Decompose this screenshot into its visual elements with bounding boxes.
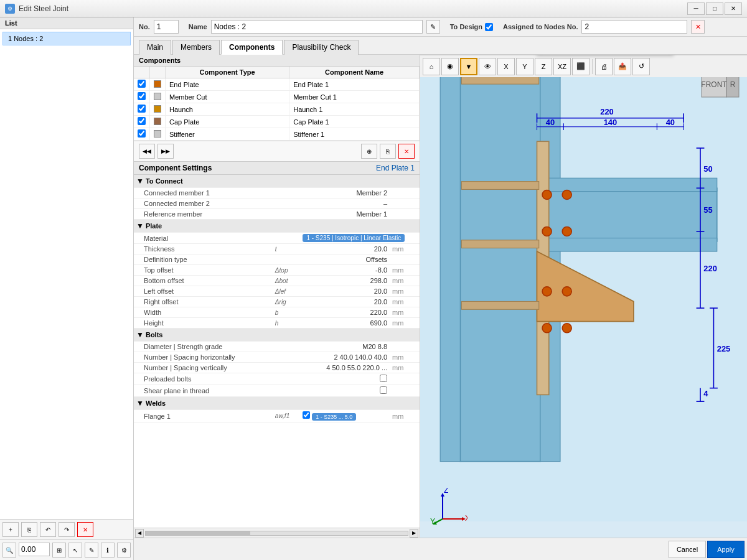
component-row[interactable]: Member Cut Member Cut 1 xyxy=(134,91,420,103)
component-row[interactable]: End Plate End Plate 1 xyxy=(134,78,420,91)
delete-left-button[interactable]: ✕ xyxy=(77,522,93,537)
value-input[interactable] xyxy=(19,543,50,556)
viewport: 220 40 140 40 xyxy=(420,55,747,538)
to-design-label: To Design xyxy=(450,23,482,30)
svg-text:55: 55 xyxy=(703,205,712,215)
component-row[interactable]: Haunch Haunch 1 xyxy=(134,103,420,116)
settings-row: Bottom offset Δbot 298.0mm xyxy=(134,276,420,286)
svg-rect-11 xyxy=(461,301,538,309)
settings-row: Top offset Δtop -8.0mm xyxy=(134,265,420,276)
svg-point-17 xyxy=(562,287,571,296)
apply-button[interactable]: Apply xyxy=(707,541,745,558)
vp-export-button[interactable]: 📤 xyxy=(614,58,631,75)
grid-button[interactable]: ⊞ xyxy=(52,543,66,558)
undo-button[interactable]: ↶ xyxy=(40,522,56,537)
tab-plausibility[interactable]: Plausibility Check xyxy=(284,40,359,55)
vp-x-button[interactable]: X xyxy=(497,58,515,75)
no-input[interactable] xyxy=(154,20,179,34)
redo-button[interactable]: ↷ xyxy=(59,522,75,537)
vp-reset-button[interactable]: ↺ xyxy=(632,58,650,75)
settings-table: ▼ To Connect Connected member 1 Member 2… xyxy=(134,175,420,422)
select-button[interactable]: ↖ xyxy=(68,543,82,558)
bottom-inputs: 🔍 ⊞ ↖ ✎ ℹ ⚙ xyxy=(0,539,133,560)
window-controls: ─ □ ✕ xyxy=(687,2,742,15)
svg-text:R: R xyxy=(730,80,736,89)
search-button[interactable]: 🔍 xyxy=(2,543,16,558)
maximize-button[interactable]: □ xyxy=(706,2,723,15)
settings-group-header[interactable]: ▼ Welds xyxy=(134,397,420,410)
left-content: Components Component Type Component Name… xyxy=(134,55,420,538)
to-design-field: To Design xyxy=(450,23,493,31)
scroll-left[interactable]: ◀ xyxy=(135,529,144,538)
svg-text:X: X xyxy=(465,514,467,523)
settings-group-header[interactable]: ▼ Plate xyxy=(134,220,420,233)
col-type-header: Component Type xyxy=(166,67,289,78)
settings-group-header[interactable]: ▼ To Connect xyxy=(134,175,420,188)
left-toolbar: + ⎘ ↶ ↷ ✕ xyxy=(0,519,133,539)
svg-point-15 xyxy=(562,226,571,236)
edit-button[interactable]: ✎ xyxy=(85,543,98,558)
comp-move-down[interactable]: ▶▶ xyxy=(157,144,174,159)
vp-xz-button[interactable]: XZ xyxy=(553,58,571,75)
name-input[interactable] xyxy=(211,20,423,34)
settings-row: Connected member 1 Member 2 xyxy=(134,188,420,198)
settings-row: Definition type Offsets xyxy=(134,254,420,265)
comp-add[interactable]: ⊕ xyxy=(361,144,377,159)
svg-text:FRONT: FRONT xyxy=(701,80,727,89)
settings-row: Diameter | Strength grade M20 8.8 xyxy=(134,342,420,352)
component-row[interactable]: Cap Plate Cap Plate 1 xyxy=(134,116,420,128)
h-scrollbar[interactable]: ◀ ▶ xyxy=(134,528,420,538)
assigned-clear-button[interactable]: ✕ xyxy=(691,20,705,34)
no-label: No. xyxy=(139,23,150,30)
comp-copy[interactable]: ⎘ xyxy=(380,144,396,159)
component-row[interactable]: Stiffener Stiffener 1 xyxy=(134,128,420,141)
no-field: No. xyxy=(139,20,179,34)
name-edit-button[interactable]: ✎ xyxy=(426,20,440,34)
list-item[interactable]: 1 Nodes : 2 xyxy=(2,32,131,45)
vp-y-button[interactable]: Y xyxy=(516,58,533,75)
settings-current: End Plate 1 xyxy=(376,164,415,172)
assigned-label: Assigned to Nodes No. xyxy=(503,23,578,30)
settings-group-header[interactable]: ▼ Bolts xyxy=(134,329,420,342)
tab-members[interactable]: Members xyxy=(172,40,220,55)
svg-text:4: 4 xyxy=(703,389,708,398)
copy-button[interactable]: ⎘ xyxy=(21,522,37,537)
settings-button[interactable]: ⚙ xyxy=(117,543,131,558)
svg-text:50: 50 xyxy=(703,164,712,174)
comp-checkbox[interactable] xyxy=(138,117,146,125)
settings-label: Component Settings xyxy=(139,164,212,172)
settings-row: Flange 1 aw,f1 1 - S235 ... 5.0 mm xyxy=(134,410,420,422)
add-button[interactable]: + xyxy=(2,522,19,537)
svg-text:40: 40 xyxy=(546,118,555,127)
settings-row: Preloaded bolts xyxy=(134,373,420,385)
vp-display-button[interactable]: 👁 xyxy=(479,58,496,75)
title-bar: ⚙ Edit Steel Joint ─ □ ✕ xyxy=(0,0,747,17)
vp-render-button[interactable]: ⬛ xyxy=(572,58,590,75)
tab-components[interactable]: Components xyxy=(221,40,283,55)
info-button[interactable]: ℹ xyxy=(101,543,115,558)
vp-dropdown-button[interactable]: ▼ xyxy=(460,58,477,75)
comp-move-up[interactable]: ◀◀ xyxy=(139,144,155,159)
settings-row: Right offset Δrig 20.0mm xyxy=(134,297,420,307)
comp-checkbox[interactable] xyxy=(138,80,146,88)
vp-print-button[interactable]: 🖨 xyxy=(595,58,613,75)
right-panel: No. Name ✎ To Design Assigned to Nodes N… xyxy=(134,17,747,560)
cancel-button[interactable]: Cancel xyxy=(669,541,706,558)
vp-z-button[interactable]: Z xyxy=(535,58,552,75)
left-panel: List 1 Nodes : 2 + ⎘ ↶ ↷ ✕ 🔍 ⊞ ↖ ✎ ℹ ⚙ xyxy=(0,17,134,560)
comp-checkbox[interactable] xyxy=(138,105,146,113)
scroll-right[interactable]: ▶ xyxy=(410,529,418,538)
minimize-button[interactable]: ─ xyxy=(687,2,705,15)
tab-main[interactable]: Main xyxy=(139,40,171,55)
comp-checkbox[interactable] xyxy=(138,92,146,100)
joint-3d-view: 220 40 140 40 xyxy=(420,55,747,521)
close-button[interactable]: ✕ xyxy=(725,2,742,15)
to-design-checkbox[interactable] xyxy=(485,23,493,31)
comp-checkbox[interactable] xyxy=(138,129,146,138)
vp-nav-button[interactable]: ◉ xyxy=(441,58,459,75)
vp-home-button[interactable]: ⌂ xyxy=(423,58,440,75)
svg-point-14 xyxy=(542,226,552,236)
assigned-input[interactable] xyxy=(581,20,687,34)
comp-delete[interactable]: ✕ xyxy=(398,144,415,159)
settings-scroll[interactable]: ▼ To Connect Connected member 1 Member 2… xyxy=(134,175,420,528)
